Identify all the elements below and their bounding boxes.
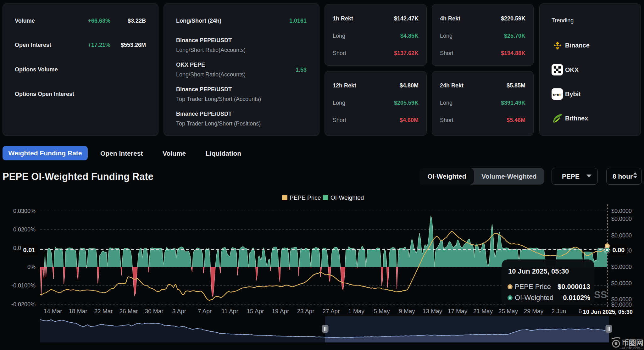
- svg-text:$0.0000: $0.0000: [611, 216, 632, 222]
- svg-text:15 Apr: 15 Apr: [247, 308, 264, 314]
- svg-text:0.01: 0.01: [23, 247, 36, 253]
- svg-text:—ALIBTC.COM—: —ALIBTC.COM—: [619, 346, 643, 350]
- svg-text:$0.0000: $0.0000: [611, 208, 632, 214]
- svg-text:14 Mar: 14 Mar: [43, 308, 62, 314]
- svg-text:18 Mar: 18 Mar: [69, 308, 87, 314]
- svg-text:$0.0000: $0.0000: [611, 302, 632, 308]
- svg-text:9 May: 9 May: [399, 308, 415, 314]
- svg-text:22 Mar: 22 Mar: [94, 308, 113, 314]
- svg-text:OI-Weighted: OI-Weighted: [515, 294, 553, 302]
- svg-text:3 Apr: 3 Apr: [172, 308, 186, 314]
- svg-text:-0.0100%: -0.0100%: [11, 282, 36, 289]
- svg-text:0.00: 0.00: [613, 247, 625, 253]
- svg-text:$0.0000: $0.0000: [611, 232, 632, 239]
- svg-text:币圈网: 币圈网: [621, 339, 643, 347]
- svg-text:1 May: 1 May: [348, 308, 364, 314]
- svg-text:25 May: 25 May: [498, 308, 518, 314]
- svg-text:27 Apr: 27 Apr: [323, 308, 340, 314]
- svg-text:5 May: 5 May: [374, 308, 390, 314]
- svg-text:13 May: 13 May: [423, 308, 442, 314]
- svg-text:$0.000013: $0.000013: [558, 283, 590, 291]
- svg-text:0.0300%: 0.0300%: [13, 208, 36, 214]
- svg-text:0.0200%: 0.0200%: [13, 226, 36, 233]
- svg-text:26 Mar: 26 Mar: [119, 308, 138, 314]
- svg-text:-0.0200%: -0.0200%: [11, 301, 36, 308]
- svg-text:17 May: 17 May: [448, 308, 468, 314]
- svg-text:PEPE Price: PEPE Price: [290, 194, 321, 201]
- svg-text:11 Apr: 11 Apr: [221, 308, 238, 314]
- svg-text:10 Jun 2025, 05:30: 10 Jun 2025, 05:30: [583, 309, 633, 315]
- svg-text:PEPE Price: PEPE Price: [515, 283, 551, 291]
- svg-text:23 Apr: 23 Apr: [297, 308, 315, 314]
- svg-text:0.0102%: 0.0102%: [563, 294, 590, 302]
- svg-text:7 Apr: 7 Apr: [198, 308, 212, 314]
- svg-text:29 May: 29 May: [524, 308, 544, 314]
- svg-text:2 Jun: 2 Jun: [552, 308, 566, 314]
- svg-text:19 Apr: 19 Apr: [272, 308, 290, 314]
- svg-text:21 May: 21 May: [473, 308, 493, 314]
- svg-text:$0.0000: $0.0000: [611, 264, 632, 270]
- svg-text:6: 6: [579, 308, 582, 314]
- svg-text:$0.0000: $0.0000: [611, 280, 632, 286]
- svg-text:OI-Weighted: OI-Weighted: [330, 194, 364, 201]
- svg-text:30 Mar: 30 Mar: [145, 308, 164, 314]
- svg-text:0%: 0%: [27, 264, 36, 270]
- svg-text:10 Jun 2025, 05:30: 10 Jun 2025, 05:30: [508, 267, 569, 275]
- svg-text:SS: SS: [594, 289, 607, 300]
